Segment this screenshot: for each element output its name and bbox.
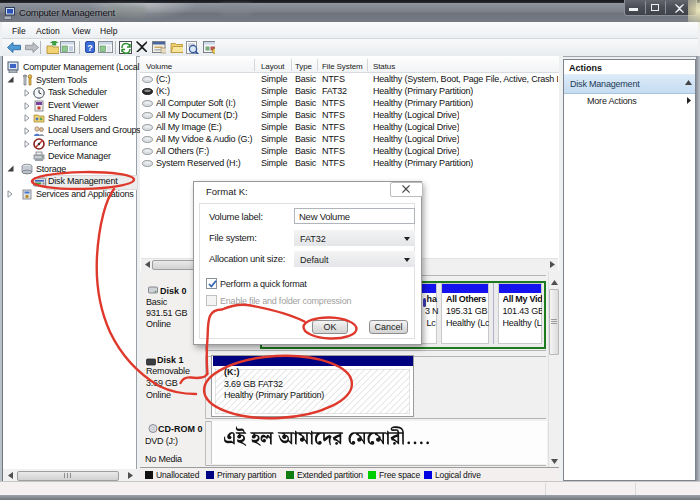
svg-text:?: ? [87,43,93,53]
